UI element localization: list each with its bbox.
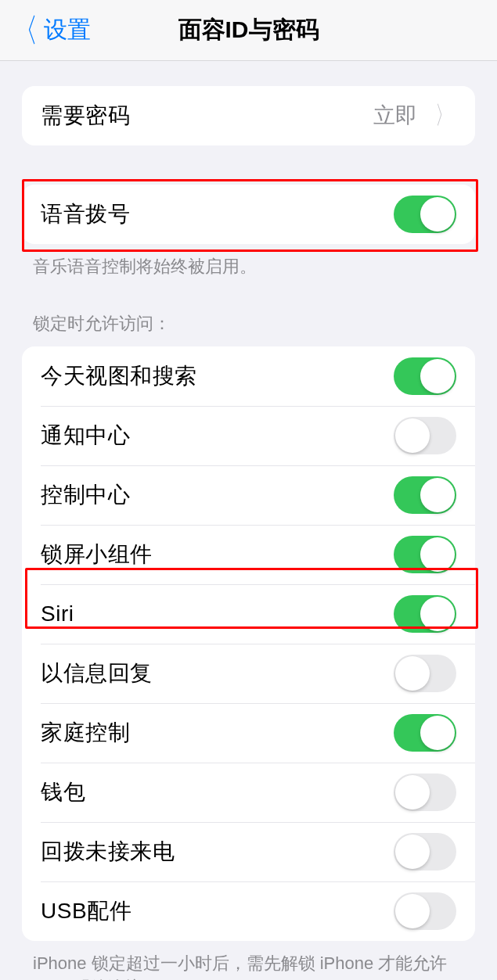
lock-access-row: 钱包 (22, 763, 475, 822)
require-passcode-value: 立即 〉 (373, 99, 456, 133)
lock-access-row: 通知中心 (22, 406, 475, 465)
require-passcode-label: 需要密码 (41, 101, 130, 131)
chevron-right-icon: 〉 (435, 99, 452, 133)
lock-access-toggle[interactable] (394, 417, 456, 454)
toggle-knob (395, 775, 430, 809)
lock-access-label: 以信息回复 (41, 659, 153, 688)
toggle-knob (420, 197, 455, 232)
lock-access-label: 控制中心 (41, 480, 130, 510)
lock-access-toggle[interactable] (394, 357, 456, 395)
lock-access-toggle[interactable] (394, 833, 456, 871)
toggle-knob (420, 478, 455, 512)
lock-access-label: Siri (41, 601, 74, 626)
lock-access-label: USB配件 (41, 896, 131, 926)
lock-access-row: 今天视图和搜索 (22, 346, 475, 406)
toggle-knob (395, 656, 430, 691)
voice-dial-footer: 音乐语音控制将始终被启用。 (0, 244, 497, 279)
lock-access-label: 回拨未接来电 (41, 837, 175, 867)
lock-access-label: 家庭控制 (41, 718, 130, 748)
passcode-section: 需要密码 立即 〉 (22, 86, 475, 145)
toggle-knob (420, 597, 455, 631)
lock-access-toggle[interactable] (394, 892, 456, 930)
toggle-knob (395, 835, 430, 869)
back-label: 设置 (44, 14, 91, 46)
lock-access-label: 通知中心 (41, 421, 130, 451)
voice-dial-toggle[interactable] (394, 196, 456, 233)
lock-access-label: 今天视图和搜索 (41, 361, 197, 391)
voice-dial-section: 语音拨号 (22, 185, 475, 244)
toggle-knob (420, 359, 455, 393)
lock-access-label: 锁屏小组件 (41, 540, 153, 569)
lock-access-row: USB配件 (22, 881, 475, 941)
lock-access-row: 锁屏小组件 (22, 525, 475, 584)
lock-access-section: 今天视图和搜索通知中心控制中心锁屏小组件Siri以信息回复家庭控制钱包回拨未接来… (22, 346, 475, 941)
lock-access-toggle[interactable] (394, 714, 456, 752)
lock-access-toggle[interactable] (394, 476, 456, 514)
voice-dial-label: 语音拨号 (41, 199, 130, 229)
lock-access-toggle[interactable] (394, 536, 456, 573)
lock-access-row: 以信息回复 (22, 644, 475, 703)
lock-access-toggle[interactable] (394, 595, 456, 633)
lock-access-header: 锁定时允许访问： (0, 312, 497, 346)
lock-access-row: 控制中心 (22, 465, 475, 525)
back-button[interactable]: 〈 设置 (9, 14, 91, 47)
chevron-left-icon: 〈 (13, 14, 38, 47)
toggle-knob (395, 894, 430, 928)
lock-access-label: 钱包 (41, 777, 85, 807)
lock-access-toggle[interactable] (394, 774, 456, 811)
lock-access-footer: iPhone 锁定超过一小时后，需先解锁 iPhone 才能允许 USB 配件连… (0, 941, 497, 980)
lock-access-row: Siri (22, 584, 475, 644)
voice-dial-row: 语音拨号 (22, 185, 475, 244)
navigation-bar: 〈 设置 面容ID与密码 (0, 0, 497, 61)
lock-access-row: 回拨未接来电 (22, 822, 475, 881)
toggle-knob (420, 716, 455, 750)
lock-access-toggle[interactable] (394, 655, 456, 692)
lock-access-row: 家庭控制 (22, 703, 475, 763)
require-passcode-row[interactable]: 需要密码 立即 〉 (22, 86, 475, 145)
toggle-knob (395, 418, 430, 453)
toggle-knob (420, 537, 455, 572)
